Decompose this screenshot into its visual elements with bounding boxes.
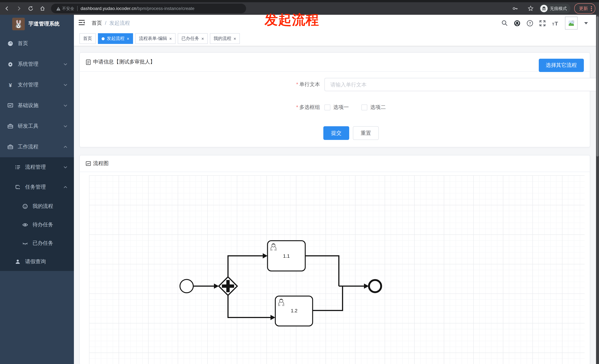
- bpmn-canvas[interactable]: 1.1 1.2: [89, 175, 585, 364]
- required-mark: *: [296, 81, 298, 87]
- sidebar-item-label: 待办任务: [33, 221, 53, 228]
- tab-start-process[interactable]: 发起流程 ×: [98, 33, 133, 44]
- chevron-up-icon: [63, 146, 67, 148]
- submit-button[interactable]: 提交: [323, 126, 349, 140]
- sidebar-item-system[interactable]: 系统管理: [0, 54, 74, 75]
- tab-process-form-edit[interactable]: 流程表单-编辑 ×: [135, 33, 176, 44]
- url-divider: [77, 6, 78, 11]
- reset-button[interactable]: 重置: [353, 126, 379, 140]
- single-line-text-input[interactable]: [325, 78, 599, 91]
- avatar-dropdown-caret-icon[interactable]: [584, 22, 588, 24]
- close-tab-icon[interactable]: ×: [127, 36, 129, 41]
- bpmn-user-task-1-1[interactable]: 1.1: [268, 241, 305, 271]
- task-label: 1.1: [283, 253, 290, 259]
- bpmn-start-event[interactable]: [180, 279, 193, 293]
- svg-text:T: T: [555, 20, 558, 26]
- close-tab-icon[interactable]: ×: [169, 36, 172, 41]
- browser-tab-strip: [0, 0, 599, 2]
- checkbox-option-2[interactable]: [361, 104, 367, 110]
- sidebar-item-label: 工作流程: [18, 144, 38, 150]
- task-label: 1.2: [291, 308, 298, 313]
- sidebar-toggle-icon[interactable]: [78, 20, 85, 27]
- forward-icon[interactable]: [14, 4, 24, 13]
- broken-image-icon: [568, 20, 575, 26]
- url-domain[interactable]: dashboard.yudao.iocoder.cn: [80, 6, 136, 11]
- apply-info-title: 申请信息【测试多审批人】: [93, 59, 155, 65]
- select-other-process-button[interactable]: 选择其它流程: [539, 59, 584, 72]
- close-tab-icon[interactable]: ×: [201, 36, 204, 41]
- breadcrumb-home[interactable]: 首页: [92, 20, 102, 26]
- page-scrollbar[interactable]: [596, 15, 599, 364]
- tab-done-tasks[interactable]: 已办任务 ×: [178, 33, 208, 44]
- app-logo-row[interactable]: 🐰 芋道管理系统: [0, 15, 74, 33]
- workflow-submenu: 流程管理 任务管理 我的流程 待办任务: [0, 157, 74, 271]
- flow-node-icon: [15, 184, 21, 190]
- sidebar-item-label: 首页: [18, 40, 28, 47]
- sidebar-item-workflow[interactable]: 工作流程: [0, 137, 74, 157]
- sidebar-item-label: 我的流程: [33, 203, 53, 210]
- sidebar-item-label: 已办任务: [33, 240, 53, 247]
- sidebar-item-leave-query[interactable]: 请假查询: [0, 253, 74, 271]
- app-title: 芋道管理系统: [28, 21, 60, 27]
- process-diagram-card-header: 流程图: [80, 155, 590, 172]
- app-logo: 🐰: [12, 18, 25, 30]
- sidebar-item-task-mgmt[interactable]: 任务管理: [0, 177, 74, 197]
- sidebar-item-my-process[interactable]: 我的流程: [0, 197, 74, 216]
- search-icon[interactable]: [502, 20, 508, 26]
- checkbox-option-2-label[interactable]: 选项二: [370, 104, 386, 111]
- apply-info-card-header: 申请信息【测试多审批人】: [80, 53, 590, 72]
- avatar[interactable]: [565, 17, 578, 30]
- checkbox-option-1-label[interactable]: 选项一: [333, 104, 349, 111]
- incognito-icon: [540, 5, 548, 12]
- sidebar-item-home[interactable]: 首页: [0, 33, 74, 54]
- user-icon: [15, 259, 21, 265]
- text-field-label: *单行文本: [276, 81, 325, 88]
- help-icon[interactable]: ?: [527, 20, 533, 26]
- incognito-badge: 无痕模式: [539, 4, 571, 13]
- checkbox-option-1[interactable]: [325, 104, 330, 110]
- chevron-down-icon: [63, 166, 67, 168]
- key-icon[interactable]: [510, 4, 520, 13]
- breadcrumb-separator: /: [105, 20, 106, 26]
- bookmark-star-icon[interactable]: [526, 4, 536, 13]
- security-label[interactable]: 不安全: [62, 6, 74, 11]
- url-path[interactable]: /bpm/process-instance/create: [136, 6, 194, 11]
- sidebar-item-infrastructure[interactable]: 基础设施: [0, 95, 74, 116]
- active-dot-icon: [102, 37, 105, 40]
- github-icon[interactable]: [514, 20, 521, 26]
- fullscreen-icon[interactable]: [539, 20, 546, 26]
- browser-menu-icon[interactable]: [591, 6, 592, 11]
- yen-icon: ¥: [7, 82, 13, 88]
- update-button[interactable]: 更新: [574, 3, 595, 14]
- app-header: 首页 / 发起流程 ? TT: [74, 15, 599, 31]
- chevron-down-icon: [63, 104, 67, 107]
- incognito-label: 无痕模式: [550, 6, 567, 11]
- breadcrumb-current: 发起流程: [109, 20, 130, 26]
- sidebar-item-label: 系统管理: [18, 61, 38, 68]
- close-tab-icon[interactable]: ×: [234, 36, 236, 41]
- sidebar-item-done-tasks[interactable]: 已办任务: [0, 234, 74, 253]
- sidebar-item-devtools[interactable]: 研发工具: [0, 116, 74, 137]
- breadcrumb: 首页 / 发起流程: [92, 20, 130, 26]
- checkbox-group-row: *多选框组 选项一 选项二: [276, 104, 386, 111]
- list-icon: [15, 164, 21, 170]
- tab-home[interactable]: 首页: [79, 33, 96, 44]
- font-size-icon[interactable]: TT: [552, 20, 559, 26]
- reload-icon[interactable]: [26, 4, 35, 13]
- sidebar-item-todo-tasks[interactable]: 待办任务: [0, 216, 74, 234]
- url-bar[interactable]: 不安全 dashboard.yudao.iocoder.cn/bpm/proce…: [51, 4, 246, 13]
- back-icon[interactable]: [2, 4, 12, 13]
- update-label[interactable]: 更新: [579, 5, 588, 12]
- sidebar-item-label: 请假查询: [25, 258, 46, 265]
- scrollbar-thumb[interactable]: [596, 16, 599, 157]
- sidebar-item-payment[interactable]: ¥ 支付管理: [0, 75, 74, 95]
- bpmn-end-event[interactable]: [369, 280, 381, 292]
- tab-my-process[interactable]: 我的流程 ×: [210, 33, 240, 44]
- process-diagram-title: 流程图: [93, 160, 109, 167]
- user-task-icon: [279, 299, 284, 306]
- sidebar-item-process-mgmt[interactable]: 流程管理: [0, 157, 74, 177]
- home-icon[interactable]: [38, 4, 47, 13]
- bpmn-user-task-1-2[interactable]: 1.2: [275, 296, 313, 326]
- bpmn-parallel-gateway[interactable]: [219, 277, 237, 295]
- bpmn-diagram: 1.1 1.2: [89, 175, 585, 364]
